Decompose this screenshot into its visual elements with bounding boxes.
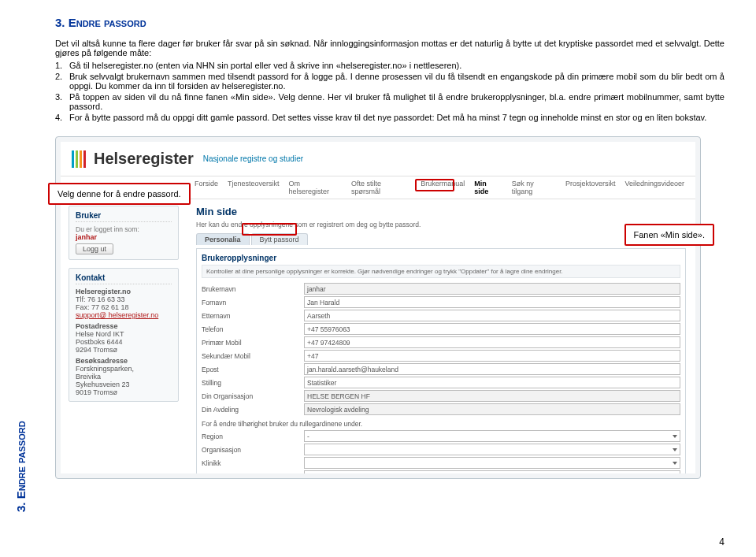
nav-item[interactable]: Forside [195,180,218,195]
field-label: Din Organisasjon [202,392,304,400]
select-avdeling[interactable] [304,470,680,473]
nav-item[interactable]: Søk ny tilgang [512,180,556,195]
field-input[interactable]: Aarseth [304,310,680,321]
tab-personalia[interactable]: Personalia [196,233,250,245]
logged-in-label: Du er logget inn som: [76,225,172,233]
callout-change-password: Velg denne for å endre passord. [48,183,191,205]
contact-email[interactable]: support@ helseregister.no [76,311,172,319]
select-label: Klinikk [202,459,304,467]
field-value: HELSE BERGEN HF [304,390,680,402]
step-text: På toppen av siden vil du nå finne fanen… [69,92,724,111]
select-label: Organisasjon [202,446,304,454]
post-line: 9294 Tromsø [76,346,172,354]
logged-in-user: janhar [76,233,172,241]
visit-line: Breivika [76,373,172,381]
visit-heading: Besøksadresse [76,357,172,365]
callout-min-side-tab: Fanen «Min side». [624,224,715,246]
field-label: Primær Mobil [202,339,304,347]
step-text: Gå til helseregister.no (enten via NHN s… [69,61,461,70]
select-klinikk[interactable] [304,457,680,469]
select-region[interactable]: - [304,430,680,442]
contact-name: Helseregister.no [76,288,172,295]
field-value: Nevrologisk avdeling [304,403,680,415]
step-text: Bruk selvvalgt brukernavn sammen med til… [69,72,724,91]
panel-note: Kontroller at dine personlige opplysning… [202,265,680,278]
select-label: Region [202,433,304,440]
screenshot-frame: Velg denne for å endre passord. Fanen «M… [55,136,701,479]
contact-phone: Tlf: 76 16 63 33 [76,295,172,303]
field-input[interactable]: +47 [304,350,680,362]
contact-title: Kontakt [76,273,172,284]
contact-box: Kontakt Helseregister.no Tlf: 76 16 63 3… [69,268,179,402]
field-label: Fornavn [202,299,304,306]
visit-line: 9019 Tromsø [76,388,172,396]
field-input[interactable]: jan.harald.aarseth@haukeland [304,363,680,375]
logo-text: Helseregister [94,150,194,168]
field-label: Din Avdeling [202,406,304,414]
field-value: janhar [304,283,680,295]
logo-icon [72,150,86,168]
nav-item[interactable]: Veiledningsvideoer [624,180,684,195]
logo-subtitle: Nasjonale registre og studier [203,154,303,163]
visit-line: Forskningsparken, [76,365,172,373]
logout-button[interactable]: Logg ut [76,243,113,254]
affiliation-note: For å endre tilhørighet bruker du rulleg… [202,420,680,428]
field-label: Sekundær Mobil [202,352,304,360]
select-label: Avdeling [202,473,304,474]
page-title: Min side [196,206,686,217]
nav-item[interactable]: Prosjektoversikt [565,180,616,195]
nav-item[interactable]: Ofte stilte spørsmål [351,180,411,195]
user-box-title: Bruker [76,211,172,222]
field-input[interactable]: +47 97424809 [304,336,680,348]
post-line: Helse Nord IKT [76,330,172,338]
field-input[interactable]: Statistiker [304,377,680,388]
field-input[interactable]: Jan Harald [304,296,680,308]
nav-item[interactable]: Tjenesteoversikt [228,180,280,195]
highlight-bytt-passord-tab [242,223,297,236]
nav-item-min-side[interactable]: Min side [474,180,502,195]
steps-list: 1.Gå til helseregister.no (enten via NHN… [55,61,724,122]
panel-title: Brukeropplysninger [202,254,680,262]
step-text: For å bytte passord må du oppgi ditt gam… [69,113,706,122]
visit-line: Sykehusveien 23 [76,381,172,388]
nav-item[interactable]: Om helseregister [289,180,342,195]
select-organisasjon[interactable] [304,444,680,455]
field-input[interactable]: +47 55976063 [304,323,680,335]
form-panel: Brukeropplysninger Kontroller at dine pe… [196,248,686,473]
field-label: Stilling [202,379,304,387]
page-number: 4 [719,537,724,548]
field-label: Epost [202,366,304,373]
post-heading: Postadresse [76,322,172,330]
post-line: Postboks 6444 [76,338,172,346]
side-section-label: 3. Endre passord [14,421,28,512]
user-box: Bruker Du er logget inn som: janhar Logg… [69,206,179,260]
field-label: Brukernavn [202,285,304,293]
site-header: Helseregister Nasjonale registre og stud… [61,142,695,176]
contact-fax: Fax: 77 62 61 18 [76,303,172,311]
field-label: Telefon [202,325,304,333]
highlight-min-side-tab [415,179,454,191]
field-label: Etternavn [202,312,304,320]
intro-paragraph: Det vil altså kunne ta flere dager før b… [55,39,724,58]
section-heading: 3. Endre passord [55,16,724,29]
